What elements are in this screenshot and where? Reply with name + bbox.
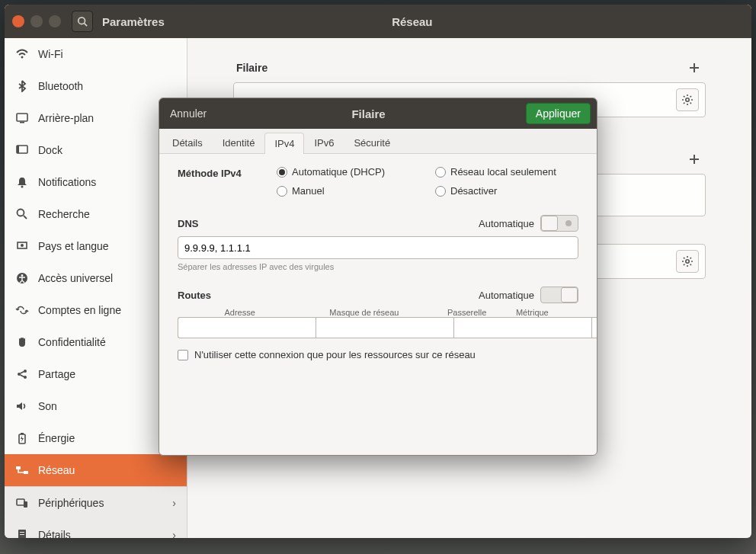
tab-security[interactable]: Sécurité (344, 132, 400, 153)
gear-icon (681, 94, 694, 106)
svg-point-8 (18, 210, 24, 216)
col-netmask: Masque de réseau (302, 308, 426, 317)
proxy-settings-button[interactable] (676, 250, 699, 273)
radio-link-local[interactable]: Réseau local seulement (435, 166, 578, 178)
add-vpn-button[interactable] (686, 151, 703, 168)
svg-rect-3 (17, 114, 27, 121)
tab-identity[interactable]: Identité (213, 132, 265, 153)
radio-label: Manuel (292, 185, 325, 197)
battery-icon (15, 431, 29, 445)
wired-settings-button[interactable] (676, 88, 699, 111)
svg-rect-6 (17, 146, 19, 153)
ipv4-method-label: Méthode IPv4 (178, 166, 277, 179)
radio-label: Réseau local seulement (450, 166, 556, 178)
dns-input[interactable] (178, 236, 578, 259)
sidebar-item-label: Son (38, 400, 57, 412)
dns-label: DNS (178, 218, 198, 229)
sidebar-item-label: Comptes en ligne (38, 304, 121, 316)
ipv4-method-row: Méthode IPv4 Automatique (DHCP) Réseau l… (178, 166, 578, 197)
add-wired-button[interactable] (686, 59, 703, 76)
col-address: Adresse (178, 308, 302, 317)
chevron-right-icon: › (172, 529, 176, 538)
radio-indicator (435, 167, 446, 178)
sidebar-item-label: Bluetooth (38, 80, 83, 92)
sidebar-item-wifi[interactable]: Wi-Fi (5, 38, 187, 70)
sidebar-item-label: Énergie (38, 432, 75, 444)
cancel-button[interactable]: Annuler (165, 104, 211, 123)
route-row (178, 317, 578, 338)
sidebar-item-label: Partage (38, 368, 75, 380)
routes-columns: Adresse Masque de réseau Passerelle Métr… (178, 308, 578, 317)
network-icon (15, 463, 29, 477)
search-button[interactable] (72, 11, 93, 32)
routes-header-row: Routes Automatique (178, 287, 578, 303)
dock-icon (15, 143, 29, 157)
radio-indicator (277, 167, 287, 178)
chevron-right-icon: › (172, 497, 176, 509)
bluetooth-icon (15, 79, 29, 93)
use-only-row[interactable]: N'utiliser cette connexion que pour les … (178, 349, 578, 360)
sidebar-item-label: Détails (38, 529, 71, 538)
dialog-tabs: Détails Identité IPv4 IPv6 Sécurité (159, 129, 597, 154)
page-title: Réseau (165, 15, 660, 28)
tab-details[interactable]: Détails (162, 132, 213, 153)
svg-rect-26 (20, 532, 24, 533)
sidebar-item-label: Dock (38, 144, 62, 156)
background-icon (15, 111, 29, 125)
svg-point-30 (686, 98, 689, 101)
svg-point-7 (21, 186, 24, 188)
switch-off-dot (565, 220, 572, 226)
svg-line-1 (85, 24, 88, 27)
tab-ipv6[interactable]: IPv6 (304, 132, 344, 153)
bell-icon (15, 175, 29, 189)
share-icon (15, 367, 29, 381)
radio-manual[interactable]: Manuel (277, 185, 420, 197)
sidebar-item-label: Périphériques (38, 497, 104, 509)
route-gateway-input[interactable] (453, 317, 591, 338)
radio-indicator (435, 186, 446, 197)
sidebar-item-details[interactable]: Détails › (5, 519, 187, 538)
radio-dhcp[interactable]: Automatique (DHCP) (277, 166, 420, 178)
switch-thumb (561, 287, 578, 303)
dialog-header: Annuler Filaire Appliquer (159, 98, 597, 129)
search-icon (15, 207, 29, 221)
sidebar-item-label: Confidentialité (38, 336, 106, 348)
apply-button[interactable]: Appliquer (526, 103, 591, 124)
dns-auto-switch[interactable] (540, 215, 578, 232)
route-address-input[interactable] (178, 317, 316, 338)
dialog-body: Méthode IPv4 Automatique (DHCP) Réseau l… (159, 154, 597, 455)
route-metric-input[interactable] (591, 317, 597, 338)
svg-point-13 (21, 274, 24, 277)
col-gateway: Passerelle (427, 308, 508, 317)
search-icon (77, 16, 88, 27)
sidebar-item-label: Wi-Fi (38, 48, 63, 60)
svg-point-15 (24, 370, 27, 373)
minimize-button[interactable] (30, 15, 43, 27)
ipv4-method-options: Automatique (DHCP) Réseau local seulemen… (277, 166, 578, 197)
svg-line-9 (24, 216, 27, 219)
svg-point-2 (21, 56, 24, 59)
sidebar-item-label: Arrière-plan (38, 112, 94, 124)
hand-icon (15, 335, 29, 349)
close-button[interactable] (12, 15, 24, 27)
use-only-checkbox[interactable] (178, 350, 188, 360)
sidebar-item-label: Réseau (38, 464, 75, 476)
window-controls (12, 15, 61, 27)
svg-point-11 (21, 244, 24, 247)
details-icon (15, 528, 29, 538)
route-netmask-input[interactable] (316, 317, 453, 338)
svg-rect-25 (18, 530, 26, 538)
sidebar-item-network[interactable]: Réseau (5, 454, 187, 486)
radio-disable[interactable]: Désactiver (435, 185, 578, 197)
sidebar-item-devices[interactable]: Périphériques › (5, 487, 187, 519)
svg-rect-24 (24, 501, 27, 508)
sidebar-item-bluetooth[interactable]: Bluetooth (5, 70, 187, 102)
tab-ipv4[interactable]: IPv4 (264, 133, 304, 154)
accessibility-icon (15, 271, 29, 285)
dns-header-row: DNS Automatique (178, 215, 578, 232)
radio-label: Désactiver (450, 185, 497, 197)
connection-editor-dialog: Annuler Filaire Appliquer Détails Identi… (159, 98, 597, 456)
maximize-button[interactable] (49, 15, 61, 27)
routes-auto-switch[interactable] (540, 287, 578, 303)
radio-indicator (277, 186, 287, 197)
